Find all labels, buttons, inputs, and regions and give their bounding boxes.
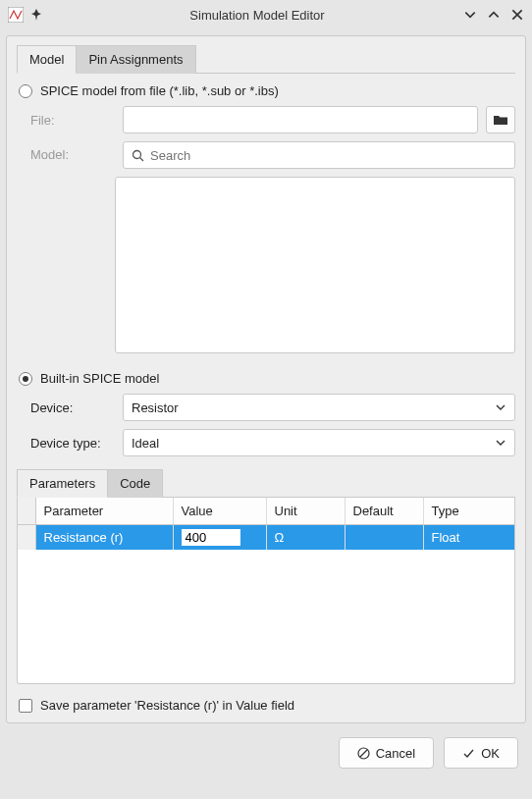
device-select[interactable]: Resistor: [123, 394, 515, 421]
device-type-value: Ideal: [132, 436, 159, 451]
file-row: File:: [30, 106, 515, 133]
footer: Cancel OK: [0, 729, 532, 780]
maximize-button[interactable]: [487, 8, 501, 22]
radio-builtin-label: Built-in SPICE model: [40, 371, 159, 386]
device-label: Device:: [30, 400, 115, 415]
device-type-label: Device type:: [30, 436, 115, 451]
chevron-down-icon: [495, 437, 506, 449]
radio-icon: [19, 84, 32, 98]
radio-builtin[interactable]: Built-in SPICE model: [19, 371, 515, 386]
content-card: Model Pin Assignments SPICE model from f…: [6, 35, 526, 723]
value-editor[interactable]: 400: [182, 529, 240, 546]
device-value: Resistor: [132, 400, 179, 415]
cell-value[interactable]: 400: [173, 525, 266, 551]
cancel-label: Cancel: [376, 746, 415, 761]
cancel-icon: [357, 747, 370, 760]
svg-point-1: [133, 150, 141, 158]
col-type[interactable]: Type: [423, 498, 514, 525]
titlebar: Simulation Model Editor: [0, 0, 532, 29]
parameters-table-wrap: Parameter Value Unit Default Type Resist…: [17, 498, 515, 684]
cell-unit[interactable]: Ω: [266, 525, 345, 551]
folder-icon: [493, 113, 508, 127]
tab-pin-assignments[interactable]: Pin Assignments: [77, 45, 195, 74]
save-param-label: Save parameter 'Resistance (r)' in Value…: [40, 698, 294, 713]
table-row[interactable]: Resistance (r) 400 Ω Float: [18, 525, 514, 551]
col-parameter[interactable]: Parameter: [35, 498, 173, 525]
save-param-checkbox-row[interactable]: Save parameter 'Resistance (r)' in Value…: [19, 698, 513, 713]
search-icon: [132, 149, 144, 162]
cell-type[interactable]: Float: [423, 525, 514, 551]
file-label: File:: [30, 113, 115, 128]
device-type-select[interactable]: Ideal: [123, 429, 515, 456]
tab-model[interactable]: Model: [17, 45, 77, 74]
model-search[interactable]: [123, 141, 515, 169]
table-header-row: Parameter Value Unit Default Type: [18, 498, 514, 525]
pin-icon[interactable]: [29, 8, 43, 22]
cell-default[interactable]: [345, 525, 423, 551]
sub-tabs: Parameters Code: [17, 468, 515, 498]
model-listbox[interactable]: [115, 177, 515, 353]
chevron-down-icon: [495, 401, 506, 413]
window-title: Simulation Model Editor: [51, 8, 463, 23]
top-tabs: Model Pin Assignments: [17, 44, 515, 74]
model-row: Model:: [30, 141, 515, 169]
browse-button[interactable]: [486, 106, 515, 133]
tab-parameters[interactable]: Parameters: [17, 469, 108, 498]
radio-spice-from-file[interactable]: SPICE model from file (*.lib, *.sub or *…: [19, 83, 515, 98]
radio-spice-label: SPICE model from file (*.lib, *.sub or *…: [40, 83, 279, 98]
ok-button[interactable]: OK: [444, 737, 518, 769]
radio-icon-selected: [19, 372, 32, 386]
tab-code[interactable]: Code: [108, 469, 163, 498]
ok-label: OK: [481, 746, 500, 761]
minimize-button[interactable]: [463, 8, 477, 22]
file-input[interactable]: [123, 106, 478, 133]
col-default[interactable]: Default: [345, 498, 423, 525]
col-value[interactable]: Value: [173, 498, 266, 525]
app-icon: [8, 7, 24, 23]
model-search-input[interactable]: [150, 148, 506, 163]
device-row: Device: Resistor: [30, 394, 515, 421]
model-label: Model:: [30, 141, 115, 162]
cell-parameter[interactable]: Resistance (r): [35, 525, 173, 551]
cancel-button[interactable]: Cancel: [339, 737, 434, 769]
parameters-table: Parameter Value Unit Default Type Resist…: [18, 498, 514, 550]
device-type-row: Device type: Ideal: [30, 429, 515, 456]
col-unit[interactable]: Unit: [266, 498, 345, 525]
checkbox-icon: [19, 699, 32, 713]
check-icon: [462, 747, 475, 760]
close-button[interactable]: [510, 8, 524, 22]
window-controls: [463, 8, 524, 22]
